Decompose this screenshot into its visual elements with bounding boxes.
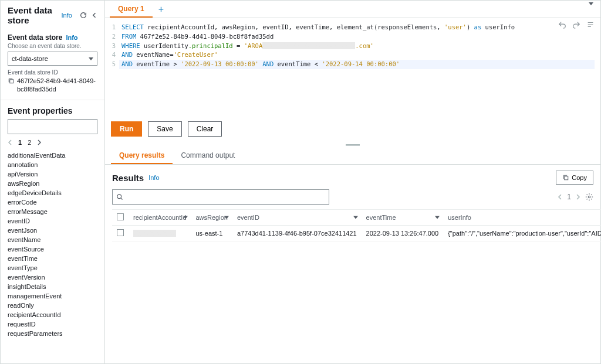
- table-cell: {"path":"/","userName":"production-user"…: [443, 226, 601, 241]
- save-button[interactable]: Save: [148, 121, 181, 137]
- property-item[interactable]: readOnly: [8, 301, 97, 310]
- results-tabs: Query results Command output: [105, 147, 600, 165]
- refresh-icon[interactable]: [79, 10, 87, 21]
- table-row[interactable]: XXXXXXXXXXus-east-1a7743d41-1139-4f46-b9…: [112, 226, 601, 241]
- copy-button[interactable]: Copy: [556, 171, 593, 185]
- property-item[interactable]: annotation: [8, 160, 97, 169]
- tab-query-results[interactable]: Query results: [111, 148, 173, 164]
- info-link[interactable]: Info: [148, 174, 159, 181]
- select-all-checkbox[interactable]: [117, 213, 124, 220]
- sidebar-title: Event data store: [8, 5, 58, 25]
- property-item[interactable]: eventType: [8, 263, 97, 273]
- sort-icon: [435, 216, 440, 219]
- info-link[interactable]: Info: [66, 34, 77, 41]
- properties-pager: 1 2: [1, 138, 104, 149]
- results-pager: 1: [558, 193, 593, 201]
- row-checkbox[interactable]: [117, 229, 124, 236]
- pager-prev-icon[interactable]: [558, 194, 562, 200]
- pane-splitter[interactable]: [105, 142, 600, 147]
- search-icon: [116, 193, 123, 200]
- undo-icon[interactable]: [558, 21, 566, 29]
- main: Query 1 + 12345 SELECT recipientAccountI…: [105, 1, 600, 363]
- property-item[interactable]: eventJson: [8, 226, 97, 235]
- svg-point-3: [117, 195, 121, 199]
- results-search-input[interactable]: [126, 193, 325, 200]
- column-header[interactable]: recipientAccountId: [129, 210, 191, 226]
- svg-rect-0: [10, 80, 13, 83]
- copy-icon[interactable]: [8, 77, 15, 84]
- run-button[interactable]: Run: [111, 121, 142, 137]
- property-item[interactable]: requestParameters: [8, 329, 97, 338]
- add-tab-button[interactable]: +: [153, 4, 170, 15]
- datastore-section-label: Event data store: [8, 33, 62, 42]
- column-header[interactable]: eventTime: [362, 210, 444, 226]
- column-header[interactable]: eventID: [232, 210, 362, 226]
- property-item[interactable]: insightDetails: [8, 282, 97, 291]
- tab-command-output[interactable]: Command output: [173, 148, 243, 164]
- property-item[interactable]: additionalEventData: [8, 151, 97, 160]
- property-item[interactable]: recipientAccountId: [8, 310, 97, 319]
- property-item[interactable]: errorCode: [8, 198, 97, 207]
- column-header[interactable]: awsRegion: [191, 210, 232, 226]
- datastore-id: 467f2e52-84b9-4d41-8049-bc8f8fad35dd: [17, 77, 97, 94]
- info-link[interactable]: Info: [61, 12, 72, 19]
- sort-icon: [224, 216, 229, 219]
- table-cell: XXXXXXXXXX: [129, 226, 191, 241]
- svg-point-4: [588, 196, 590, 198]
- pager-next-icon[interactable]: [576, 194, 580, 200]
- query-tabs: Query 1 +: [105, 1, 600, 18]
- properties-list: additionalEventDataannotationapiVersiona…: [1, 149, 104, 363]
- pager-prev-icon[interactable]: [8, 140, 12, 145]
- collapse-icon[interactable]: [91, 10, 99, 21]
- property-item[interactable]: eventName: [8, 235, 97, 244]
- property-item[interactable]: errorMessage: [8, 207, 97, 216]
- format-icon[interactable]: [586, 21, 595, 29]
- copy-icon: [562, 174, 569, 181]
- redo-icon[interactable]: [572, 21, 580, 29]
- clear-button[interactable]: Clear: [188, 121, 222, 137]
- property-item[interactable]: requestID: [8, 319, 97, 329]
- sort-icon: [353, 216, 358, 219]
- property-item[interactable]: awsRegion: [8, 179, 97, 188]
- table-cell: us-east-1: [191, 226, 232, 241]
- property-item[interactable]: eventVersion: [8, 273, 97, 282]
- column-header[interactable]: userInfo: [443, 210, 601, 226]
- page-2[interactable]: 2: [28, 139, 31, 146]
- results-title: Results: [112, 173, 144, 183]
- results-search[interactable]: [112, 189, 329, 205]
- table-cell: 2022-09-13 13:26:47.000: [362, 226, 444, 241]
- property-item[interactable]: managementEvent: [8, 291, 97, 301]
- sql-editor[interactable]: 12345 SELECT recipientAccountId, awsRegi…: [105, 18, 600, 118]
- chevron-down-icon: [89, 57, 93, 60]
- datastore-id-label: Event data store ID: [8, 69, 97, 76]
- gear-icon[interactable]: [585, 193, 593, 201]
- properties-search-input[interactable]: [14, 123, 95, 130]
- svg-rect-2: [565, 176, 568, 180]
- event-properties-title: Event properties: [8, 106, 72, 115]
- property-item[interactable]: eventSource: [8, 244, 97, 254]
- table-cell: a7743d41-1139-4f46-b95f-07ce32411421: [232, 226, 362, 241]
- property-item[interactable]: edgeDeviceDetails: [8, 188, 97, 198]
- tab-query-1[interactable]: Query 1: [110, 1, 153, 18]
- properties-search[interactable]: [8, 119, 97, 134]
- datastore-hint: Choose an event data store.: [8, 43, 97, 49]
- results-page: 1: [567, 193, 571, 201]
- property-item[interactable]: eventID: [8, 216, 97, 226]
- datastore-select[interactable]: ct-data-store: [8, 52, 97, 66]
- tab-overflow-icon[interactable]: [589, 5, 600, 13]
- results-table: recipientAccountIdawsRegioneventIDeventT…: [112, 209, 601, 241]
- page-1[interactable]: 1: [18, 139, 22, 146]
- property-item[interactable]: eventTime: [8, 254, 97, 263]
- datastore-selected: ct-data-store: [12, 55, 48, 62]
- property-item[interactable]: apiVersion: [8, 169, 97, 179]
- sidebar: Event data store Info Event data store I…: [1, 1, 105, 363]
- sort-icon: [183, 216, 188, 219]
- pager-next-icon[interactable]: [37, 140, 42, 145]
